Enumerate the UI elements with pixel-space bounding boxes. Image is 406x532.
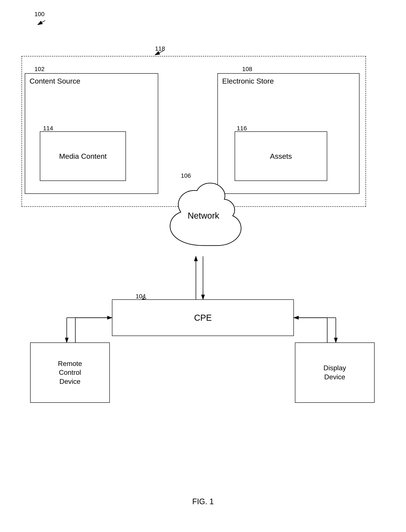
display-device-box: DisplayDevice: [295, 342, 375, 403]
ref-100-label: 100: [35, 11, 44, 18]
figure-label: FIG. 1: [0, 497, 406, 506]
ref-104-label: 104: [136, 293, 146, 300]
ref-116-label: 116: [237, 125, 247, 132]
media-content-label: Media Content: [59, 152, 107, 161]
cpe-box: CPE: [112, 299, 294, 336]
media-content-box: Media Content: [40, 131, 126, 181]
svg-line-2: [38, 21, 45, 25]
electronic-store-label: Electronic Store: [222, 77, 274, 85]
remote-control-box: RemoteControlDevice: [30, 342, 110, 403]
cpe-label: CPE: [194, 313, 212, 323]
content-source-label: Content Source: [29, 77, 80, 85]
remote-control-label: RemoteControlDevice: [58, 359, 82, 386]
ref-114-label: 114: [43, 125, 53, 132]
ref-118-label: 118: [155, 45, 165, 52]
display-device-label: DisplayDevice: [324, 363, 346, 381]
diagram: 100 118 102 Content Source 114 Media Con…: [0, 0, 406, 532]
ref-102-label: 102: [35, 66, 44, 73]
network-cloud: Network: [151, 177, 256, 259]
assets-label: Assets: [270, 152, 292, 161]
svg-text:Network: Network: [188, 211, 220, 220]
ref-108-label: 108: [242, 66, 252, 73]
assets-box: Assets: [235, 131, 327, 181]
